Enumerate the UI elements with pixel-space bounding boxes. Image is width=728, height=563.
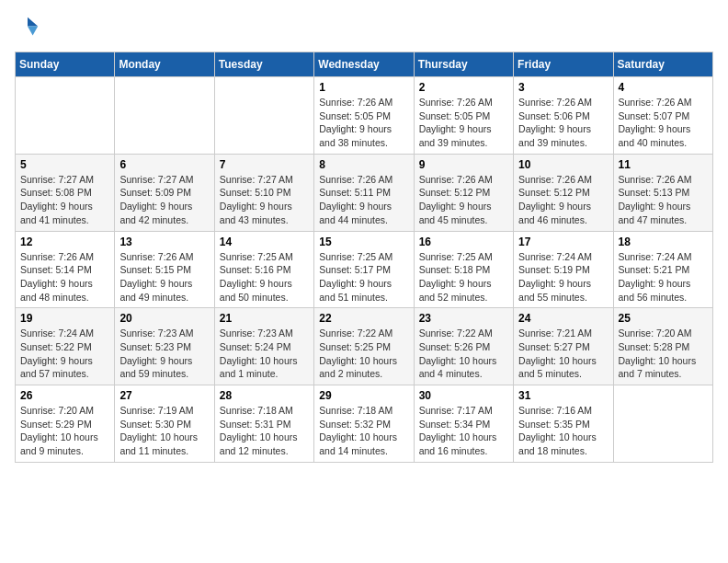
calendar-cell: 16Sunrise: 7:25 AM Sunset: 5:18 PM Dayli… [414,231,513,308]
calendar-cell: 30Sunrise: 7:17 AM Sunset: 5:34 PM Dayli… [414,385,513,463]
day-number: 24 [518,312,608,325]
day-number: 1 [319,81,408,94]
day-content: Sunrise: 7:17 AM Sunset: 5:34 PM Dayligh… [419,404,508,458]
calendar-cell: 24Sunrise: 7:21 AM Sunset: 5:27 PM Dayli… [514,308,613,385]
day-content: Sunrise: 7:26 AM Sunset: 5:12 PM Dayligh… [419,173,508,227]
day-content: Sunrise: 7:22 AM Sunset: 5:25 PM Dayligh… [319,327,408,381]
svg-marker-1 [28,27,38,36]
day-number: 22 [319,312,408,325]
day-number: 30 [419,389,508,402]
logo [15,15,44,40]
day-content: Sunrise: 7:26 AM Sunset: 5:05 PM Dayligh… [319,96,408,150]
calendar-cell [613,385,712,463]
calendar-cell: 9Sunrise: 7:26 AM Sunset: 5:12 PM Daylig… [414,154,513,231]
weekday-header-thursday: Thursday [414,52,513,77]
calendar-cell: 17Sunrise: 7:24 AM Sunset: 5:19 PM Dayli… [514,231,613,308]
weekday-header-row: SundayMondayTuesdayWednesdayThursdayFrid… [16,52,713,77]
day-number: 20 [119,312,209,325]
calendar-cell: 23Sunrise: 7:22 AM Sunset: 5:26 PM Dayli… [414,308,513,385]
day-content: Sunrise: 7:25 AM Sunset: 5:17 PM Dayligh… [319,250,408,304]
day-content: Sunrise: 7:26 AM Sunset: 5:07 PM Dayligh… [619,96,708,150]
calendar-cell [16,77,115,155]
calendar-cell [214,77,313,155]
day-number: 8 [319,158,408,171]
day-number: 15 [319,236,408,248]
day-content: Sunrise: 7:20 AM Sunset: 5:29 PM Dayligh… [20,404,109,458]
calendar-week-3: 12Sunrise: 7:26 AM Sunset: 5:14 PM Dayli… [16,231,713,308]
weekday-header-tuesday: Tuesday [214,52,313,77]
day-number: 4 [619,81,708,94]
calendar-cell: 5Sunrise: 7:27 AM Sunset: 5:08 PM Daylig… [16,154,115,231]
day-content: Sunrise: 7:26 AM Sunset: 5:06 PM Dayligh… [518,96,608,150]
calendar-cell: 31Sunrise: 7:16 AM Sunset: 5:35 PM Dayli… [514,385,613,463]
day-number: 2 [419,81,508,94]
calendar-cell: 7Sunrise: 7:27 AM Sunset: 5:10 PM Daylig… [214,154,313,231]
calendar-cell [115,77,214,155]
day-number: 28 [220,389,309,402]
calendar-cell: 14Sunrise: 7:25 AM Sunset: 5:16 PM Dayli… [214,231,313,308]
day-content: Sunrise: 7:27 AM Sunset: 5:10 PM Dayligh… [220,173,309,227]
day-number: 6 [119,158,209,171]
day-content: Sunrise: 7:26 AM Sunset: 5:13 PM Dayligh… [619,173,708,227]
calendar-cell: 20Sunrise: 7:23 AM Sunset: 5:23 PM Dayli… [115,308,214,385]
day-content: Sunrise: 7:23 AM Sunset: 5:23 PM Dayligh… [119,327,209,381]
calendar-cell: 19Sunrise: 7:24 AM Sunset: 5:22 PM Dayli… [16,308,115,385]
day-number: 31 [518,389,608,402]
calendar-cell: 4Sunrise: 7:26 AM Sunset: 5:07 PM Daylig… [613,77,712,155]
calendar-week-1: 1Sunrise: 7:26 AM Sunset: 5:05 PM Daylig… [16,77,713,155]
calendar-cell: 28Sunrise: 7:18 AM Sunset: 5:31 PM Dayli… [214,385,313,463]
day-number: 26 [20,389,109,402]
weekday-header-monday: Monday [115,52,214,77]
calendar-cell: 27Sunrise: 7:19 AM Sunset: 5:30 PM Dayli… [115,385,214,463]
calendar-table: SundayMondayTuesdayWednesdayThursdayFrid… [15,52,713,463]
calendar-cell: 6Sunrise: 7:27 AM Sunset: 5:09 PM Daylig… [115,154,214,231]
day-number: 17 [518,236,608,248]
calendar-cell: 26Sunrise: 7:20 AM Sunset: 5:29 PM Dayli… [16,385,115,463]
day-content: Sunrise: 7:24 AM Sunset: 5:21 PM Dayligh… [619,250,708,304]
day-number: 29 [319,389,408,402]
calendar-cell: 1Sunrise: 7:26 AM Sunset: 5:05 PM Daylig… [314,77,414,155]
weekday-header-sunday: Sunday [16,52,115,77]
day-number: 12 [20,236,109,248]
day-number: 27 [119,389,209,402]
weekday-header-friday: Friday [514,52,613,77]
day-number: 14 [220,236,309,248]
calendar-cell: 15Sunrise: 7:25 AM Sunset: 5:17 PM Dayli… [314,231,414,308]
day-number: 5 [20,158,109,171]
day-content: Sunrise: 7:27 AM Sunset: 5:08 PM Dayligh… [20,173,109,227]
calendar-week-4: 19Sunrise: 7:24 AM Sunset: 5:22 PM Dayli… [16,308,713,385]
calendar-cell: 3Sunrise: 7:26 AM Sunset: 5:06 PM Daylig… [514,77,613,155]
day-content: Sunrise: 7:18 AM Sunset: 5:31 PM Dayligh… [220,404,309,458]
day-content: Sunrise: 7:26 AM Sunset: 5:12 PM Dayligh… [518,173,608,227]
calendar-cell: 22Sunrise: 7:22 AM Sunset: 5:25 PM Dayli… [314,308,414,385]
calendar-cell: 8Sunrise: 7:26 AM Sunset: 5:11 PM Daylig… [314,154,414,231]
day-number: 9 [419,158,508,171]
calendar-cell: 25Sunrise: 7:20 AM Sunset: 5:28 PM Dayli… [613,308,712,385]
weekday-header-saturday: Saturday [613,52,712,77]
day-number: 19 [20,312,109,325]
calendar-cell: 29Sunrise: 7:18 AM Sunset: 5:32 PM Dayli… [314,385,414,463]
day-number: 10 [518,158,608,171]
day-content: Sunrise: 7:25 AM Sunset: 5:16 PM Dayligh… [220,250,309,304]
logo-icon [15,15,40,40]
day-number: 25 [619,312,708,325]
day-content: Sunrise: 7:26 AM Sunset: 5:11 PM Dayligh… [319,173,408,227]
day-number: 16 [419,236,508,248]
calendar-week-2: 5Sunrise: 7:27 AM Sunset: 5:08 PM Daylig… [16,154,713,231]
calendar-cell: 12Sunrise: 7:26 AM Sunset: 5:14 PM Dayli… [16,231,115,308]
day-content: Sunrise: 7:23 AM Sunset: 5:24 PM Dayligh… [220,327,309,381]
weekday-header-wednesday: Wednesday [314,52,414,77]
day-content: Sunrise: 7:26 AM Sunset: 5:14 PM Dayligh… [20,250,109,304]
day-content: Sunrise: 7:18 AM Sunset: 5:32 PM Dayligh… [319,404,408,458]
calendar-cell: 2Sunrise: 7:26 AM Sunset: 5:05 PM Daylig… [414,77,513,155]
day-content: Sunrise: 7:26 AM Sunset: 5:15 PM Dayligh… [119,250,209,304]
day-content: Sunrise: 7:21 AM Sunset: 5:27 PM Dayligh… [518,327,608,381]
svg-marker-0 [28,17,38,27]
calendar-week-5: 26Sunrise: 7:20 AM Sunset: 5:29 PM Dayli… [16,385,713,463]
day-number: 13 [119,236,209,248]
calendar-cell: 13Sunrise: 7:26 AM Sunset: 5:15 PM Dayli… [115,231,214,308]
day-content: Sunrise: 7:19 AM Sunset: 5:30 PM Dayligh… [119,404,209,458]
day-content: Sunrise: 7:20 AM Sunset: 5:28 PM Dayligh… [619,327,708,381]
calendar-cell: 10Sunrise: 7:26 AM Sunset: 5:12 PM Dayli… [514,154,613,231]
calendar-cell: 11Sunrise: 7:26 AM Sunset: 5:13 PM Dayli… [613,154,712,231]
